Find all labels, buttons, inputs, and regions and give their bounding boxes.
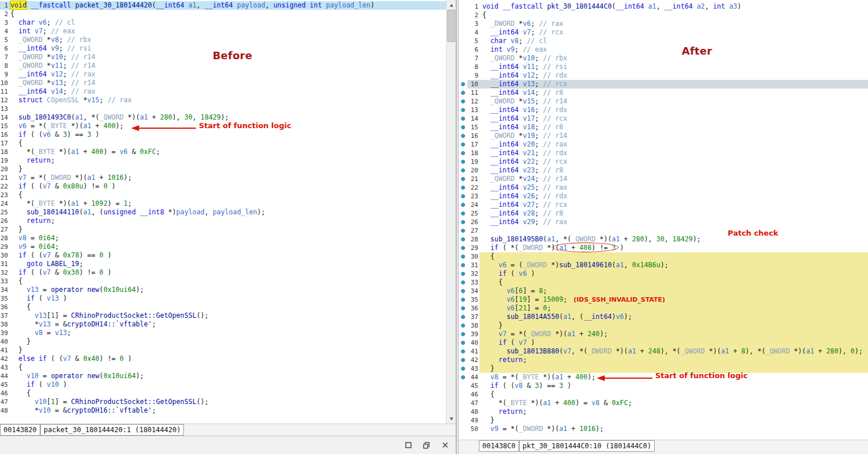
code-line[interactable]: 25 __int64 v28; // r8 bbox=[459, 209, 868, 218]
code-line[interactable]: 28 sub_1801495B0(a1, *(_QWORD *)(a1 + 28… bbox=[459, 235, 868, 244]
code-line[interactable]: 29 v9 = 0i64; bbox=[0, 243, 456, 251]
code-line[interactable]: 38 } bbox=[459, 321, 868, 330]
code-line[interactable]: 19 __int64 v22; // rcx bbox=[459, 157, 868, 166]
code-line[interactable]: 17 __int64 v20; // rax bbox=[459, 140, 868, 149]
code-line[interactable]: 18 __int64 v21; // rdx bbox=[459, 149, 868, 157]
code-line[interactable]: 27 } bbox=[0, 225, 456, 234]
code-line[interactable]: 18 *(_BYTE *)(a1 + 400) = v6 & 0xFC; bbox=[0, 148, 456, 156]
code-line[interactable]: 8 __int64 v11; // rsi bbox=[459, 63, 868, 71]
code-line[interactable]: 1void __fastcall packet_30_180144420(__i… bbox=[0, 1, 456, 10]
code-line[interactable]: 11 __int64 v14; // r8 bbox=[459, 89, 868, 97]
code-line[interactable]: 4 __int64 v7; // rcx bbox=[459, 28, 868, 37]
before-pseudocode-view[interactable]: 1void __fastcall packet_30_180144420(__i… bbox=[0, 0, 456, 424]
code-line[interactable]: 30 { bbox=[459, 252, 868, 261]
code-line[interactable]: 5 _QWORD *v8; // rbx bbox=[0, 36, 456, 44]
code-line[interactable]: 8 _QWORD *v11; // r14 bbox=[0, 61, 456, 70]
code-line[interactable]: 49 } bbox=[459, 416, 868, 425]
code-line[interactable]: 35 if ( v13 ) bbox=[0, 294, 456, 303]
code-line[interactable]: 7 _QWORD *v10; // rbx bbox=[459, 54, 868, 63]
code-line[interactable]: 41 sub_18013B880(v7, *(_DWORD *)(a1 + 24… bbox=[459, 347, 868, 356]
after-pseudocode-view[interactable]: 1void __fastcall pkt_30_1801444C0(__int6… bbox=[459, 0, 868, 440]
code-line[interactable]: 14 __int64 v17; // rcx bbox=[459, 114, 868, 123]
code-line[interactable]: 13 bbox=[0, 105, 456, 113]
code-line[interactable]: 3 char v6; // cl bbox=[0, 18, 456, 27]
code-line[interactable]: 31 v6 = (_DWORD *)sub_180149610(a1, 0x14… bbox=[459, 261, 868, 270]
code-line[interactable]: 50 v9 = *(_DWORD *)(a1 + 1016); bbox=[459, 425, 868, 433]
code-line[interactable]: 39 v7 = *(_QWORD *)(a1 + 240); bbox=[459, 330, 868, 338]
code-line[interactable]: 28 v8 = 0i64; bbox=[0, 234, 456, 243]
code-line[interactable]: 32 if ( (v7 & 0x30) != 0 ) bbox=[0, 268, 456, 277]
code-line[interactable]: 9 __int64 v12; // rdx bbox=[459, 71, 868, 80]
code-line[interactable]: 40 if ( v7 ) bbox=[459, 338, 868, 347]
code-line[interactable]: 32 if ( v6 ) bbox=[459, 270, 868, 278]
code-line[interactable]: 22 __int64 v25; // rax bbox=[459, 183, 868, 192]
code-line[interactable]: 24 __int64 v27; // rcx bbox=[459, 201, 868, 209]
code-line[interactable]: 36 { bbox=[0, 303, 456, 311]
code-line[interactable]: 13 __int64 v16; // rdx bbox=[459, 106, 868, 114]
code-line[interactable]: 34 v6[6] = 8; bbox=[459, 287, 868, 295]
code-line[interactable]: 14 sub_1801493C0(a1, *(_QWORD *)(a1 + 28… bbox=[0, 113, 456, 122]
code-line[interactable]: 33 { bbox=[0, 277, 456, 286]
code-line[interactable]: 43 { bbox=[0, 363, 456, 372]
code-line[interactable]: 6 int v9; // eax bbox=[459, 45, 868, 54]
code-line[interactable]: 5 char v8; // cl bbox=[459, 37, 868, 45]
code-line[interactable]: 46 { bbox=[0, 389, 456, 398]
code-line[interactable]: 48 *v10 = &cryptoDH16::`vftable'; bbox=[0, 406, 456, 415]
code-line[interactable]: 26 return; bbox=[0, 217, 456, 225]
code-line[interactable]: 17 { bbox=[0, 139, 456, 148]
code-line[interactable]: 37 v13[1] = CRhinoProductSocket::GetOpen… bbox=[0, 311, 456, 320]
code-line[interactable]: 22 if ( (v7 & 0x80u) != 0 ) bbox=[0, 182, 456, 191]
scroll-down-icon[interactable]: ▼ bbox=[447, 414, 456, 424]
close-window-button[interactable] bbox=[439, 440, 451, 451]
code-line[interactable]: 46 { bbox=[459, 390, 868, 399]
code-line[interactable]: 3 _DWORD *v6; // rax bbox=[459, 20, 868, 28]
code-line[interactable]: 12 struct COpenSSL *v15; // rax bbox=[0, 96, 456, 105]
code-line[interactable]: 16 _QWORD *v19; // r14 bbox=[459, 132, 868, 140]
code-line[interactable]: 30 if ( (v7 & 0x78) == 0 ) bbox=[0, 251, 456, 260]
code-line[interactable]: 1void __fastcall pkt_30_1801444C0(__int6… bbox=[459, 2, 868, 11]
code-line[interactable]: 27 bbox=[459, 226, 868, 235]
code-line[interactable]: 47 *(_BYTE *)(a1 + 400) = v8 & 0xFC; bbox=[459, 399, 868, 407]
code-line[interactable]: 20 __int64 v23; // r8 bbox=[459, 166, 868, 175]
code-line[interactable]: 26 __int64 v29; // rax bbox=[459, 218, 868, 226]
code-line[interactable]: 19 return; bbox=[0, 156, 456, 165]
code-line[interactable]: 2{ bbox=[0, 10, 456, 18]
code-line[interactable]: 41 } bbox=[0, 346, 456, 355]
code-line[interactable]: 35 v6[19] = 15009; (IDS_SSH_INVALID_STAT… bbox=[459, 295, 868, 304]
code-line[interactable]: 42 return; bbox=[459, 356, 868, 364]
code-line[interactable]: 37 sub_18014A550(a1, (__int64)v6); bbox=[459, 313, 868, 321]
code-line[interactable]: 45 if ( v10 ) bbox=[0, 380, 456, 389]
code-line[interactable]: 24 *(_BYTE *)(a1 + 1092) = 1; bbox=[0, 199, 456, 208]
code-line[interactable]: 29 if ( *(_DWORD *)(a1 + 408) != 3 ) bbox=[459, 244, 868, 252]
scrollbar-thumb[interactable] bbox=[447, 10, 455, 42]
code-line[interactable]: 21 _QWORD *v24; // r14 bbox=[459, 175, 868, 183]
code-line[interactable]: 42 else if ( (v7 & 0x40) != 0 ) bbox=[0, 355, 456, 363]
code-line[interactable]: 12 _QWORD *v15; // r14 bbox=[459, 97, 868, 106]
code-line[interactable]: 23 { bbox=[0, 191, 456, 199]
float-window-button[interactable] bbox=[420, 440, 433, 451]
code-line[interactable]: 34 v13 = operator new(0x10ui64); bbox=[0, 286, 456, 294]
code-line[interactable]: 23 __int64 v26; // rdx bbox=[459, 192, 868, 201]
code-line[interactable]: 4 int v7; // eax bbox=[0, 27, 456, 36]
code-line[interactable]: 33 { bbox=[459, 278, 868, 287]
code-line[interactable]: 31 goto LABEL_19; bbox=[0, 260, 456, 268]
code-line[interactable]: 36 v6[21] = 0; bbox=[459, 304, 868, 313]
code-line[interactable]: 16 if ( (v6 & 3) == 3 ) bbox=[0, 130, 456, 139]
before-vertical-scrollbar[interactable]: ▲ ▼ bbox=[446, 0, 456, 424]
code-line[interactable]: 39 v8 = v13; bbox=[0, 329, 456, 337]
scroll-up-icon[interactable]: ▲ bbox=[447, 0, 456, 10]
code-line[interactable]: 48 return; bbox=[459, 407, 868, 416]
code-line[interactable]: 44 v10 = operator new(0x10ui64); bbox=[0, 372, 456, 380]
code-line[interactable]: 10 _QWORD *v13; // r14 bbox=[0, 79, 456, 87]
code-line[interactable]: 25 sub_180144110(a1, (unsigned __int8 *)… bbox=[0, 208, 456, 217]
code-line[interactable]: 45 if ( (v8 & 3) == 3 ) bbox=[459, 382, 868, 390]
code-line[interactable]: 11 __int64 v14; // rax bbox=[0, 87, 456, 96]
code-line[interactable]: 21 v7 = *(_DWORD *)(a1 + 1016); bbox=[0, 174, 456, 182]
code-line[interactable]: 15 __int64 v18; // r8 bbox=[459, 123, 868, 132]
code-line[interactable]: 40 } bbox=[0, 337, 456, 346]
code-line[interactable]: 47 v10[1] = CRhinoProductSocket::GetOpen… bbox=[0, 398, 456, 406]
code-line[interactable]: 2{ bbox=[459, 11, 868, 20]
code-line[interactable]: 20 } bbox=[0, 165, 456, 174]
code-line[interactable]: 9 __int64 v12; // rax bbox=[0, 70, 456, 79]
code-line[interactable]: 10 __int64 v13; // rcx bbox=[459, 80, 868, 89]
